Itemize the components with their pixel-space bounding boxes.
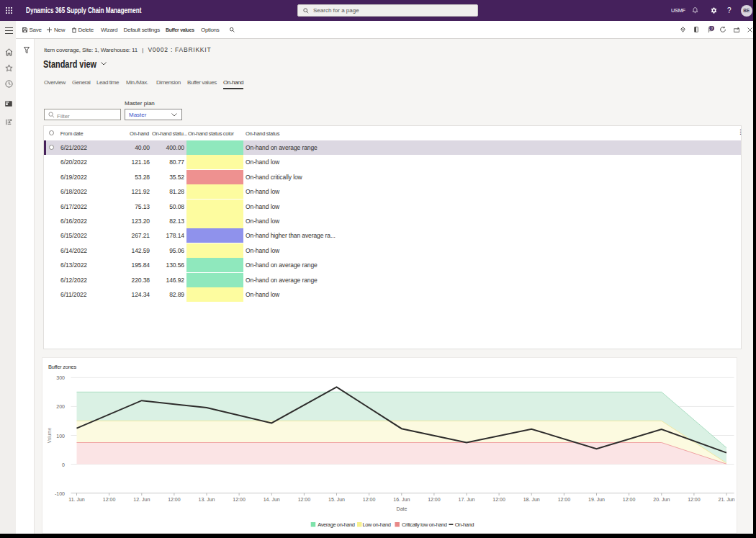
svg-text:15. Jun: 15. Jun [328,497,345,502]
svg-text:0: 0 [62,462,65,467]
svg-text:20. Jun: 20. Jun [653,497,670,502]
svg-text:17. Jun: 17. Jun [459,497,475,502]
svg-text:12:00: 12:00 [492,497,505,502]
svg-text:11. Jun: 11. Jun [68,497,85,502]
svg-text:12:00: 12:00 [233,497,246,502]
svg-text:21. Jun: 21. Jun [719,497,735,502]
svg-text:-100: -100 [55,491,65,496]
svg-text:12:00: 12:00 [558,497,571,502]
svg-text:12:00: 12:00 [688,497,701,502]
svg-text:Critically low on-hand: Critically low on-hand [402,521,447,528]
svg-text:12:00: 12:00 [428,497,441,502]
svg-text:16. Jun: 16. Jun [393,497,410,502]
svg-text:12:00: 12:00 [103,497,116,502]
svg-text:12:00: 12:00 [623,497,636,502]
svg-text:12:00: 12:00 [168,497,181,502]
svg-text:18. Jun: 18. Jun [523,497,540,502]
svg-text:300: 300 [56,375,65,380]
svg-text:12:00: 12:00 [363,497,376,502]
svg-text:19. Jun: 19. Jun [588,497,605,502]
svg-text:Buffer zones: Buffer zones [48,364,76,370]
svg-text:Low on-hand: Low on-hand [363,521,391,528]
svg-text:100: 100 [56,434,65,439]
svg-text:Average on-hand: Average on-hand [318,521,355,528]
svg-text:12. Jun: 12. Jun [133,497,150,502]
svg-text:Date: Date [397,506,408,511]
svg-text:12:00: 12:00 [298,497,311,502]
svg-text:Volume: Volume [47,427,52,443]
svg-text:14. Jun: 14. Jun [264,497,280,502]
svg-text:13. Jun: 13. Jun [199,497,215,502]
svg-text:On-hand: On-hand [455,521,474,528]
svg-text:0: 0 [711,26,713,30]
svg-text:200: 200 [56,404,65,409]
